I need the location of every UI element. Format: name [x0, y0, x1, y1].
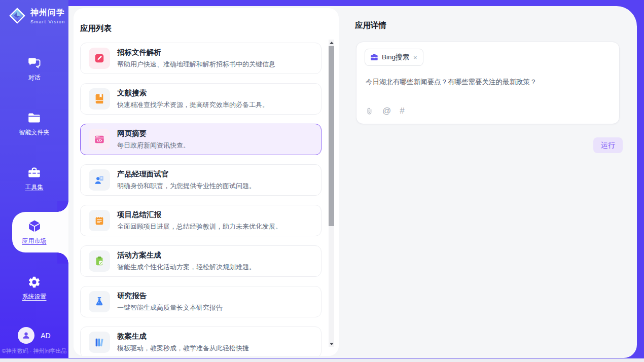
- icon-tile: [89, 332, 110, 353]
- folder-icon: [27, 111, 41, 125]
- sidebar-item-label: 系统设置: [22, 293, 47, 301]
- icon-tile: [89, 250, 110, 272]
- cube-icon: [27, 219, 42, 233]
- app-description: 全面回顾项目进展，总结经验教训，助力未来优化发展。: [117, 222, 282, 231]
- sidebar-item-smart-folder[interactable]: 智能文件夹: [0, 103, 68, 144]
- user-name: AD: [41, 332, 50, 340]
- app-card-event-plan[interactable]: 活动方案生成 智能生成个性化活动方案，轻松解决规划难题。: [80, 245, 321, 277]
- avatar: [18, 327, 34, 344]
- scrollbar-thumb[interactable]: [329, 46, 334, 226]
- sidebar-item-toolset[interactable]: 工具集: [0, 158, 68, 199]
- sidebar-item-settings[interactable]: 系统设置: [0, 268, 68, 308]
- icon-tile: [89, 129, 110, 150]
- app-card-bid-parsing[interactable]: 招标文件解析 帮助用户快速、准确地理解和解析招标书中的关键信息: [80, 43, 321, 74]
- app-list-title: 应用列表: [80, 23, 112, 34]
- icon-tile: [89, 88, 110, 110]
- mention-icon[interactable]: @: [382, 106, 391, 116]
- app-card-list: 招标文件解析 帮助用户快速、准确地理解和解析招标书中的关键信息 文献搜索 快速精…: [80, 43, 321, 356]
- app-card-pm-interviewer[interactable]: 产品经理面试官 明确身份和职责，为您提供专业性的面试问题。: [80, 164, 321, 196]
- prompt-input[interactable]: 今日湖北有哪些新闻要点？有哪些需要关注的最新政策？: [366, 77, 609, 87]
- app-card-project-summary[interactable]: 项目总结汇报 全面回顾项目进展，总结经验教训，助力未来优化发展。: [80, 205, 321, 236]
- webpage-icon: [94, 134, 105, 145]
- app-description: 快速精准查找学术资源，提高研究效率的必备工具。: [117, 100, 269, 110]
- report-note-icon: [94, 215, 105, 226]
- app-name: 网页摘要: [117, 129, 190, 138]
- icon-tile: [89, 48, 110, 69]
- app-description: 一键智能生成高质量长文本研究报告: [117, 303, 223, 312]
- bid-document-icon: [94, 53, 105, 64]
- sidebar-item-label: 工具集: [25, 183, 44, 192]
- icon-tile: [89, 210, 110, 231]
- logo-diamond-icon: [8, 7, 26, 25]
- books-icon: [94, 337, 105, 348]
- app-logo: 神州问学 Smart Vision: [8, 7, 65, 25]
- app-description: 智能生成个性化活动方案，轻松解决规划难题。: [117, 263, 256, 272]
- gear-icon: [27, 275, 41, 289]
- logo-subtitle: Smart Vision: [30, 19, 65, 24]
- sidebar-item-app-market[interactable]: 应用市场: [0, 212, 68, 252]
- person-icon: [21, 331, 31, 340]
- app-card-webpage-summary[interactable]: 网页摘要 每日政府新闻资讯快查。: [80, 124, 321, 155]
- bottom-strip: [0, 358, 644, 362]
- prompt-card: Bing搜索 × 今日湖北有哪些新闻要点？有哪些需要关注的最新政策？ @ #: [356, 42, 620, 124]
- app-name: 文献搜索: [117, 88, 269, 98]
- sidebar: 神州问学 Smart Vision 对话 智能文件夹 工具集: [0, 0, 68, 358]
- app-list-panel: 应用列表 招标文件解析 帮助用户快速、准确地理解和解析招标书中的关键信息: [74, 8, 339, 356]
- sidebar-item-label: 对话: [28, 74, 41, 82]
- hash-icon[interactable]: #: [400, 106, 404, 116]
- app-name: 活动方案生成: [117, 250, 256, 260]
- toolbox-icon: [27, 166, 41, 179]
- sidebar-item-label: 应用市场: [22, 237, 47, 245]
- scrollbar-up-arrow[interactable]: [329, 40, 334, 46]
- sidebar-item-label: 智能文件夹: [19, 128, 50, 137]
- app-description: 明确身份和职责，为您提供专业性的面试问题。: [117, 182, 256, 191]
- app-card-research-report[interactable]: 研究报告 一键智能生成高质量长文本研究报告: [80, 286, 321, 317]
- app-card-literature-search[interactable]: 文献搜索 快速精准查找学术资源，提高研究效率的必备工具。: [80, 83, 321, 115]
- app-name: 教案生成: [117, 332, 249, 341]
- chip-close-icon[interactable]: ×: [413, 54, 418, 61]
- book-icon: [94, 93, 105, 104]
- app-name: 研究报告: [117, 291, 223, 301]
- app-name: 项目总结汇报: [117, 210, 282, 220]
- clipboard-check-icon: [94, 256, 105, 267]
- briefcase-icon: [370, 53, 378, 61]
- chat-icon: [27, 56, 41, 70]
- icon-tile: [89, 291, 110, 312]
- user-account[interactable]: AD: [0, 327, 68, 344]
- tool-chip-bing-search[interactable]: Bing搜索 ×: [365, 49, 423, 66]
- paperclip-icon[interactable]: [365, 107, 374, 116]
- prompt-toolbar: @ #: [365, 106, 405, 116]
- app-detail-title: 应用详情: [355, 20, 386, 31]
- app-description: 每日政府新闻资讯快查。: [117, 141, 190, 150]
- app-description: 模板驱动，教案秒成，教学准备从此轻松快捷: [117, 344, 249, 353]
- scrollbar-down-arrow[interactable]: [329, 341, 334, 347]
- logo-title: 神州问学: [30, 8, 65, 18]
- icon-tile: [89, 169, 110, 191]
- run-button[interactable]: 运行: [593, 137, 623, 153]
- flask-icon: [94, 296, 105, 307]
- scrollbar[interactable]: [329, 40, 334, 347]
- app-name: 产品经理面试官: [117, 169, 256, 179]
- interviewer-icon: [94, 174, 105, 186]
- app-card-lesson-plan[interactable]: 教案生成 模板驱动，教案秒成，教学准备从此轻松快捷: [80, 327, 321, 356]
- app-description: 帮助用户快速、准确地理解和解析招标书中的关键信息: [117, 60, 275, 69]
- sidebar-item-chat[interactable]: 对话: [0, 49, 68, 89]
- copyright-text: ©神州数码 · 神州问学出品: [0, 347, 68, 355]
- tool-chip-label: Bing搜索: [382, 53, 409, 62]
- app-name: 招标文件解析: [117, 48, 275, 57]
